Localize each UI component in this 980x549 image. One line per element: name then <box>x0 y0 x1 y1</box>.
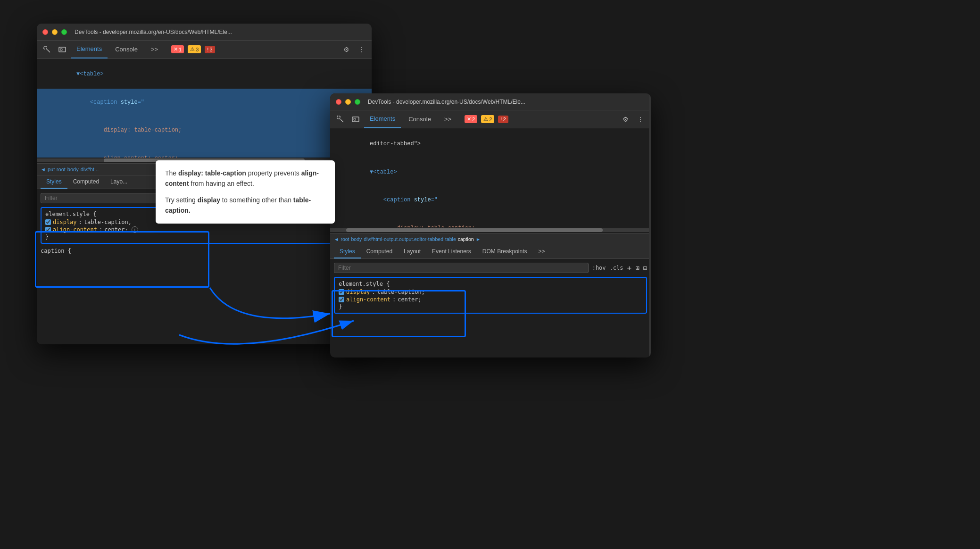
tab-more-1[interactable]: >> <box>145 41 164 58</box>
tab-console-1[interactable]: Console <box>109 41 143 58</box>
panel-tabs-2: Styles Computed Layout Event Listeners D… <box>330 245 651 259</box>
device-icon-2[interactable] <box>349 113 362 126</box>
tooltip-line2: Try setting display to something other t… <box>165 195 325 216</box>
html-line[interactable]: display: table-caption; <box>330 215 651 227</box>
info-badge-2: !2 <box>498 116 508 123</box>
style-prop-display-2: display : table-caption; <box>339 288 642 296</box>
tab-computed-1[interactable]: Computed <box>67 175 105 189</box>
prop-name-display-1: display <box>53 219 77 225</box>
window-title-2: DevTools - developer.mozilla.org/en-US/d… <box>368 99 525 105</box>
tab-event-2[interactable]: Event Listeners <box>426 245 477 258</box>
inspect-icon[interactable] <box>41 43 54 56</box>
layout-button[interactable]: ⊟ <box>643 264 647 272</box>
breadcrumb-table-2[interactable]: table <box>445 236 456 242</box>
rule-footer-1: } <box>45 233 363 240</box>
error-badge-1: ✕1 <box>171 45 184 53</box>
inspect-icon-2[interactable] <box>334 113 347 126</box>
breadcrumb-2: ◄ root body div#html-output.output.edito… <box>330 233 651 245</box>
prop-value-align-1: center; <box>104 226 128 233</box>
style-prop-align-1: align-content : center; i <box>45 226 363 233</box>
tab-elements-1[interactable]: Elements <box>71 41 108 58</box>
toggle-button[interactable]: ⊞ <box>635 264 639 272</box>
svg-rect-2 <box>60 49 62 50</box>
devtools-window-2: DevTools - developer.mozilla.org/en-US/d… <box>330 93 651 358</box>
prop-checkbox-display-2[interactable] <box>339 289 344 295</box>
add-style-button[interactable]: + <box>627 264 631 273</box>
breadcrumb-back-2[interactable]: ◄ <box>334 236 339 242</box>
svg-rect-6 <box>354 118 356 120</box>
breadcrumb-root-1[interactable]: put-root <box>48 166 66 172</box>
tab-styles-1[interactable]: Styles <box>41 175 67 189</box>
warning-badge-1: ⚠3 <box>188 45 201 53</box>
tab-computed-2[interactable]: Computed <box>361 245 398 258</box>
prop-name-display-2: display <box>346 289 370 295</box>
html-tree-1: ▼<table> <caption style=" display: table… <box>37 58 372 158</box>
cls-button[interactable]: .cls <box>610 265 623 271</box>
minimize-button-1[interactable] <box>52 29 58 35</box>
breadcrumb-body-1[interactable]: body <box>67 166 79 172</box>
prop-name-align-2: align-content <box>346 296 390 303</box>
info-badge-1: !3 <box>205 46 215 53</box>
html-line[interactable]: <caption style=" <box>330 186 651 215</box>
svg-rect-0 <box>44 46 47 49</box>
html-line[interactable]: align-content: center; <box>37 145 372 158</box>
hov-button[interactable]: :hov <box>592 265 606 271</box>
html-tree-2: editor-tabbed"> ▼<table> <caption style=… <box>330 128 651 227</box>
tab-elements-2[interactable]: Elements <box>364 110 401 128</box>
prop-name-align-1: align-content <box>53 226 97 233</box>
html-line[interactable]: <caption style=" <box>37 89 372 117</box>
tab-styles-2[interactable]: Styles <box>334 245 361 258</box>
tab-layout-1[interactable]: Layo... <box>105 175 133 189</box>
window-title-1: DevTools - developer.mozilla.org/en-US/d… <box>75 29 232 35</box>
style-prop-align-2: align-content : center; <box>339 296 642 303</box>
maximize-button-2[interactable] <box>355 99 360 105</box>
device-icon[interactable] <box>56 43 69 56</box>
more-icon-2[interactable]: ⋮ <box>634 113 647 126</box>
prop-value-display-2: table-caption; <box>377 289 425 295</box>
prop-checkbox-align-2[interactable] <box>339 297 344 302</box>
html-line[interactable]: display: table-caption; <box>37 116 372 145</box>
breadcrumb-root-2[interactable]: root <box>341 236 349 242</box>
close-button-1[interactable] <box>42 29 48 35</box>
warning-badge-2: ⚠2 <box>481 115 494 123</box>
breadcrumb-caption-2[interactable]: caption <box>458 236 474 242</box>
maximize-button-1[interactable] <box>61 29 67 35</box>
tab-more-panel-2[interactable]: >> <box>533 245 551 258</box>
resize-handle[interactable] <box>649 93 651 358</box>
prop-checkbox-align-1[interactable] <box>45 227 51 233</box>
tooltip-box: The display: table-caption property prev… <box>156 160 335 224</box>
html-line[interactable]: editor-tabbed"> <box>330 130 651 158</box>
close-button-2[interactable] <box>336 99 341 105</box>
html-line[interactable]: ▼<table> <box>37 60 372 89</box>
settings-icon-1[interactable]: ⚙ <box>340 43 353 56</box>
window-titlebar-2: DevTools - developer.mozilla.org/en-US/d… <box>330 93 651 110</box>
prop-value-align-2: center; <box>398 296 422 303</box>
settings-icon-2[interactable]: ⚙ <box>619 113 632 126</box>
rule-footer-2: } <box>339 303 642 310</box>
toolbar-2: Elements Console >> ✕2 ⚠2 !2 ⚙ ⋮ <box>330 110 651 128</box>
breadcrumb-back-1[interactable]: ◄ <box>41 166 46 172</box>
info-icon-1: i <box>132 226 138 233</box>
breadcrumb-forward-2[interactable]: ► <box>476 236 481 242</box>
error-badge-2: ✕2 <box>465 115 477 123</box>
filter-input-2[interactable] <box>334 263 589 273</box>
svg-rect-4 <box>337 116 340 119</box>
breadcrumb-div-1[interactable]: div#ht... <box>81 166 99 172</box>
html-line[interactable]: ▼<table> <box>330 158 651 187</box>
prop-checkbox-display-1[interactable] <box>45 219 51 225</box>
more-icon-1[interactable]: ⋮ <box>355 43 368 56</box>
tab-layout-2[interactable]: Layout <box>398 245 426 258</box>
toolbar-1: Elements Console >> ✕1 ⚠3 !3 ⚙ ⋮ <box>37 41 372 58</box>
breadcrumb-div-2[interactable]: div#html-output.output.editor-tabbed <box>364 236 443 242</box>
caption-rule: caption { <box>41 248 368 254</box>
prop-value-display-1: table-caption, <box>84 219 132 225</box>
tab-dom-2[interactable]: DOM Breakpoints <box>477 245 533 258</box>
minimize-button-2[interactable] <box>345 99 351 105</box>
horizontal-scrollbar-2[interactable] <box>330 228 651 232</box>
tooltip-line1: The display: table-caption property prev… <box>165 168 325 189</box>
breadcrumb-body-2[interactable]: body <box>351 236 362 242</box>
tab-console-2[interactable]: Console <box>403 110 437 128</box>
window-titlebar-1: DevTools - developer.mozilla.org/en-US/d… <box>37 24 372 41</box>
tab-more-2[interactable]: >> <box>439 110 457 128</box>
style-rule-2: element.style { display : table-caption;… <box>334 277 647 314</box>
